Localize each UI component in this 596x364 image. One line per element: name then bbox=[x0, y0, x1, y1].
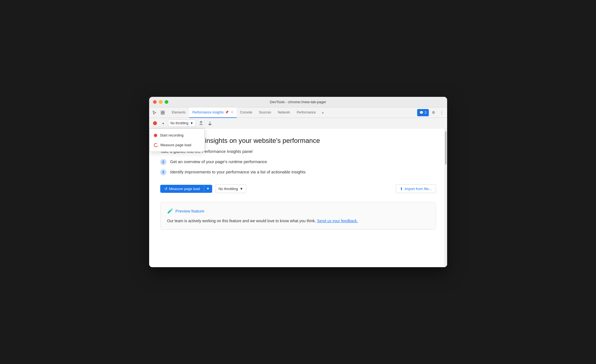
tab-bar-icons bbox=[151, 109, 166, 116]
tab-performance-insights[interactable]: Performance insights 📌 ✕ bbox=[189, 107, 237, 118]
tab-elements[interactable]: Elements bbox=[169, 107, 189, 118]
record-icon bbox=[154, 134, 157, 137]
inspect-icon[interactable] bbox=[159, 109, 166, 116]
preview-feature-box: 🧪 Preview feature Our team is actively w… bbox=[160, 202, 436, 230]
minimize-button[interactable] bbox=[159, 100, 162, 104]
pin-icon: 📌 bbox=[225, 110, 229, 114]
tab-bar-actions: 💬 3 ⚙ ⋮ bbox=[417, 109, 445, 116]
import-from-file-button[interactable]: ⬆ Import from file... bbox=[396, 184, 436, 193]
step-2-item: 2 Get an overview of your page's runtime… bbox=[160, 159, 436, 165]
recording-dropdown-menu: Start recording Measure page load bbox=[149, 128, 205, 152]
throttle-chevron-icon: ▼ bbox=[190, 121, 193, 125]
tab-sources[interactable]: Sources bbox=[256, 107, 274, 118]
tab-close-icon[interactable]: ✕ bbox=[231, 111, 233, 114]
tab-network[interactable]: Network bbox=[274, 107, 293, 118]
toolbar: ▲ No throttling ▼ bbox=[149, 118, 447, 128]
title-bar: DevTools - chrome://new-tab-page/ bbox=[149, 97, 447, 107]
scrollbar-track bbox=[444, 128, 447, 267]
chat-icon: 💬 bbox=[419, 111, 424, 115]
step-3-number: 3 bbox=[160, 169, 166, 175]
scrollbar-thumb[interactable] bbox=[445, 131, 447, 165]
flask-icon: 🧪 bbox=[167, 208, 173, 214]
measure-page-load-item[interactable]: Measure page load bbox=[149, 140, 204, 150]
svg-rect-1 bbox=[163, 111, 164, 112]
reload-icon: ↺ bbox=[164, 187, 167, 191]
traffic-lights bbox=[153, 100, 168, 104]
throttle-select-chevron: ▼ bbox=[240, 187, 243, 191]
settings-button[interactable]: ⚙ bbox=[430, 109, 437, 116]
steps-list: 2 Get an overview of your page's runtime… bbox=[160, 159, 436, 175]
measure-button-group: ↺ Measure page load ▼ bbox=[160, 185, 212, 193]
dropdown-toggle-button[interactable]: ▲ bbox=[160, 120, 166, 126]
svg-rect-2 bbox=[161, 113, 162, 114]
svg-rect-0 bbox=[161, 111, 162, 112]
devtools-panel: Elements Performance insights 📌 ✕ Consol… bbox=[149, 107, 447, 267]
tab-performance[interactable]: Performance bbox=[293, 107, 319, 118]
record-button[interactable] bbox=[151, 120, 159, 127]
svg-rect-3 bbox=[163, 113, 164, 114]
step-2-number: 2 bbox=[160, 159, 166, 165]
tab-bar: Elements Performance insights 📌 ✕ Consol… bbox=[149, 107, 447, 118]
tab-console[interactable]: Console bbox=[237, 107, 256, 118]
upload-button[interactable] bbox=[197, 120, 205, 127]
cursor-tool-icon[interactable] bbox=[151, 109, 158, 116]
toolbar-wrapper: ▲ No throttling ▼ bbox=[149, 118, 447, 128]
start-recording-item[interactable]: Start recording bbox=[149, 130, 204, 140]
measure-page-load-button[interactable]: ↺ Measure page load bbox=[161, 185, 204, 193]
download-button[interactable] bbox=[206, 120, 214, 127]
feedback-link[interactable]: Send us your feedback. bbox=[317, 219, 358, 223]
throttle-select-main[interactable]: No throttling ▼ bbox=[216, 184, 246, 193]
maximize-button[interactable] bbox=[165, 100, 168, 104]
close-button[interactable] bbox=[153, 100, 157, 104]
action-row: ↺ Measure page load ▼ No throttling ▼ ⬆ … bbox=[160, 184, 436, 193]
throttle-dropdown[interactable]: No throttling ▼ bbox=[168, 120, 196, 127]
step-3-item: 3 Identify improvements to your performa… bbox=[160, 169, 436, 175]
more-tabs-button[interactable]: » bbox=[319, 109, 326, 116]
feedback-button[interactable]: 💬 3 bbox=[417, 109, 429, 116]
preview-feature-text: Our team is actively working on this fea… bbox=[167, 218, 429, 224]
record-dot-icon bbox=[153, 121, 157, 125]
more-options-button[interactable]: ⋮ bbox=[438, 109, 445, 116]
window-title: DevTools - chrome://new-tab-page/ bbox=[270, 100, 326, 104]
devtools-window: DevTools - chrome://new-tab-page/ bbox=[149, 97, 447, 267]
measure-dropdown-arrow[interactable]: ▼ bbox=[204, 185, 212, 193]
preview-feature-title: 🧪 Preview feature bbox=[167, 208, 429, 214]
upload-icon: ⬆ bbox=[400, 187, 403, 191]
